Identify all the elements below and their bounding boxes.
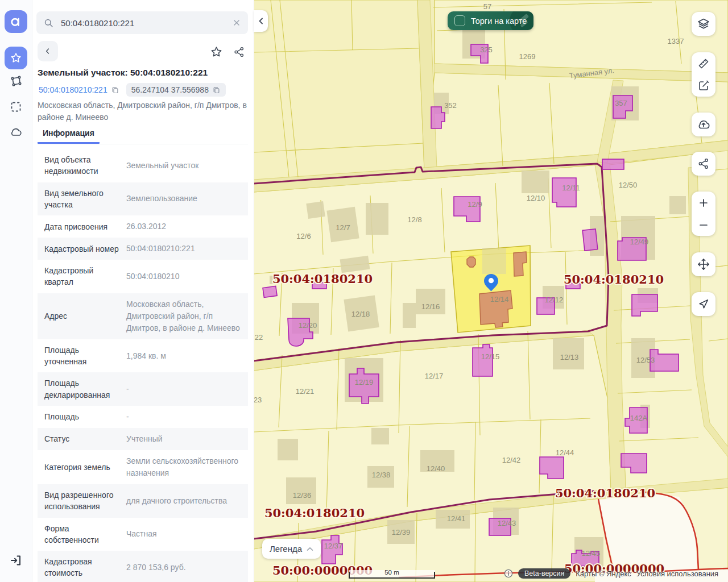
map-area[interactable]: 57 325 1269 1337 352 357 12/6 12/7 12/8 … [254, 0, 728, 582]
page-title: Земельный участок: 50:04:0180210:221 [38, 68, 249, 78]
ruler-icon [697, 57, 710, 70]
parcel-label: 12/38 [372, 471, 391, 479]
zoom-in-button[interactable] [692, 192, 715, 214]
parcel-label: 12/37 [324, 542, 343, 550]
cadastral-number-chip[interactable]: 50:04:0180210:221 [38, 84, 121, 96]
favorite-button[interactable] [209, 45, 223, 59]
parcel-label: 12/19 [355, 378, 374, 386]
table-row: Вид объекта недвижимостиЗемельный участо… [38, 149, 248, 182]
back-button[interactable] [38, 41, 58, 61]
parcel-label: 12/40 [427, 464, 445, 473]
parcel-label: 12/15 [481, 352, 500, 361]
beta-badge: Beta-версия [518, 568, 570, 579]
parcel-label: 12/50 [619, 181, 638, 189]
row-label: Кадастровый номер [44, 243, 119, 255]
maps-copyright[interactable]: Карты © Яндекс [576, 569, 631, 578]
info-panel: Земельный участок: 50:04:0180210:221 50:… [32, 0, 254, 582]
parcel-label: 12/17 [425, 372, 444, 380]
clear-search-icon[interactable] [232, 18, 241, 27]
sidebar-item-cloud[interactable] [9, 126, 23, 139]
parcel-label: 12/39 [392, 528, 411, 537]
search-bar[interactable] [36, 11, 248, 34]
parcel-label: 352 [444, 101, 457, 110]
plus-icon [697, 197, 710, 209]
ruler-button[interactable] [692, 52, 715, 74]
star-icon [210, 45, 223, 59]
row-label: Вид земельного участка [44, 188, 119, 211]
row-label: Площадь уточненная [44, 344, 119, 368]
table-row: Форма собственностиЧастная [38, 518, 248, 551]
scale-label: 50 m [349, 569, 435, 576]
locate-me-button[interactable] [692, 292, 715, 316]
table-row: Площадь- [38, 406, 248, 428]
select-area-icon [9, 100, 23, 114]
share-icon [233, 46, 245, 58]
row-label: Площадь декларированная [44, 377, 119, 401]
row-value: Земельный участок [119, 160, 241, 172]
copy-icon[interactable] [111, 86, 119, 94]
parcel-label: 12/9 [468, 200, 482, 209]
login-button[interactable] [9, 554, 23, 567]
table-row: Дата присвоения26.03.2012 [38, 215, 248, 238]
cadastral-number-text: 50:04:0180210:221 [39, 85, 107, 94]
app-rail [0, 0, 32, 582]
parcel-label: 57 [483, 2, 491, 11]
row-value: Земли сельскохозяйственного назначения [119, 455, 241, 479]
parcel-label: 22 [255, 333, 263, 342]
parcel-label: 12/10 [527, 194, 545, 202]
copy-icon[interactable] [212, 86, 221, 94]
row-label: Вид объекта недвижимости [44, 154, 119, 177]
parcel-label: 12/7 [336, 223, 350, 232]
row-value: 26.03.2012 [119, 221, 241, 232]
move-icon [697, 257, 710, 271]
parcel-label: 23 [254, 396, 262, 404]
table-row: Кадастровый номер50:04:0180210:221 [38, 238, 248, 260]
search-icon [43, 18, 54, 28]
login-icon [9, 554, 23, 567]
legend-button[interactable]: Легенда [262, 539, 321, 559]
pan-mode-button[interactable] [692, 252, 715, 276]
parcel-label: 12/20 [299, 321, 317, 330]
coordinates-chip[interactable]: 56.247104 37.556988 [126, 83, 226, 97]
parcel-label: 1337 [668, 37, 684, 45]
parcel-label: 12/11 [562, 184, 580, 192]
parcel-label: 12/43 [498, 519, 516, 527]
sidebar-item-favorites[interactable] [5, 47, 27, 69]
share-icon [697, 157, 710, 170]
map-canvas[interactable]: 57 325 1269 1337 352 357 12/6 12/7 12/8 … [254, 0, 728, 582]
terms-link[interactable]: Условия использования [636, 569, 718, 578]
chevron-left-icon [44, 47, 52, 55]
parcel-label: 12/18 [351, 310, 370, 318]
cloud-upload-icon [696, 117, 711, 132]
object-header-toolbar [38, 41, 247, 61]
parcel-label: 12/45 [582, 549, 601, 558]
parcel-label: 1269 [519, 52, 536, 61]
zoom-out-button[interactable] [692, 214, 715, 236]
row-label: Кадастровая стоимость [44, 556, 119, 579]
table-row: АдресМосковская область, Дмитровский рай… [38, 293, 248, 339]
trades-checkbox[interactable] [454, 15, 465, 26]
share-map-button[interactable] [692, 152, 715, 176]
parcel-label: 12/6 [296, 232, 311, 240]
trades-on-map-toggle[interactable]: Торги на карте [448, 11, 533, 30]
search-input[interactable] [60, 18, 226, 28]
parcel-label: 12/14 [490, 295, 509, 304]
share-object-button[interactable] [232, 45, 246, 59]
info-table: Вид объекта недвижимостиЗемельный участо… [38, 149, 248, 582]
row-label: Категория земель [44, 462, 119, 473]
layers-button[interactable] [692, 12, 715, 36]
object-chips: 50:04:0180210:221 56.247104 37.556988 [38, 83, 226, 97]
upload-button[interactable] [692, 113, 715, 136]
table-row: Площадь декларированная- [38, 372, 248, 406]
parcel-label: 12/53 [636, 356, 655, 364]
row-value: - [119, 411, 241, 423]
panel-collapse-button[interactable] [254, 10, 268, 32]
sidebar-item-select-area[interactable] [9, 100, 23, 114]
tabs-bar: Информация [38, 126, 248, 144]
app-logo[interactable] [5, 10, 27, 33]
parcel-label: 12/42 [502, 456, 521, 464]
sidebar-item-polygon-tool[interactable] [9, 74, 23, 88]
tab-information[interactable]: Информация [38, 126, 100, 144]
info-icon[interactable] [504, 569, 513, 578]
draw-edit-button[interactable] [692, 74, 715, 97]
